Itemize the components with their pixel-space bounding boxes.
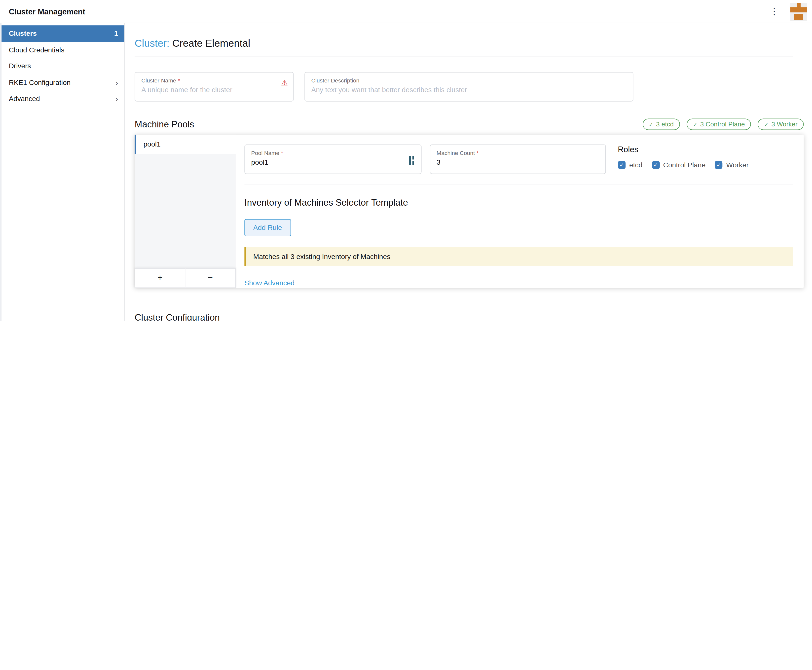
brand-logo[interactable] <box>790 3 807 21</box>
app-title: Cluster Management <box>9 7 767 16</box>
sidebar-item-label: RKE1 Configuration <box>9 78 71 86</box>
etcd-count-badge: ✓ 3 etcd <box>643 119 680 130</box>
pool-tab-pool1[interactable]: pool1 <box>135 135 236 154</box>
machine-pools-heading: Machine Pools <box>135 119 194 130</box>
divider <box>244 184 793 184</box>
sidebar-item-drivers[interactable]: Drivers <box>0 58 124 74</box>
logo-shape <box>790 7 807 12</box>
cluster-name-label: Cluster Name * <box>141 77 287 83</box>
machine-pools-card: pool1 + − Pool Name * <box>135 135 804 288</box>
randomize-bars-icon[interactable] <box>409 156 416 167</box>
sidebar-item-label: Drivers <box>9 63 31 70</box>
pool-tabs-fill <box>135 154 236 268</box>
page-title: Cluster: Create Elemental <box>135 37 812 49</box>
machine-count-field: Machine Count * <box>430 144 606 174</box>
check-icon: ✓ <box>764 121 769 128</box>
sidebar-item-cloud-credentials[interactable]: Cloud Credentials <box>0 42 124 58</box>
top-header: Cluster Management ⋮ <box>0 0 812 23</box>
remove-pool-button[interactable]: − <box>186 268 236 288</box>
matches-banner: Matches all 3 existing Inventory of Mach… <box>244 247 793 266</box>
show-advanced-link[interactable]: Show Advanced <box>244 279 294 287</box>
required-mark: * <box>281 150 283 156</box>
checkbox-checked-icon: ✓ <box>715 161 722 169</box>
chevron-right-icon: › <box>115 78 118 87</box>
sidebar-item-clusters[interactable]: Clusters 1 <box>0 25 124 42</box>
machine-count-label: Machine Count * <box>436 150 599 156</box>
logo-shape <box>794 14 803 20</box>
required-mark: * <box>477 150 479 156</box>
sidebar-item-label: Advanced <box>9 95 40 103</box>
pool-tabs-column: pool1 + − <box>135 135 236 288</box>
machine-count-input[interactable] <box>436 159 599 166</box>
inventory-selector-heading: Inventory of Machines Selector Template <box>244 198 793 208</box>
sidebar-item-label: Cloud Credentials <box>9 46 64 54</box>
sidebar: Clusters 1 Cloud Credentials Drivers RKE… <box>0 23 125 321</box>
pool-name-input[interactable] <box>251 159 415 166</box>
cluster-name-input[interactable] <box>141 86 287 94</box>
pool-detail-panel: Pool Name * Machine Count * <box>236 135 804 288</box>
check-icon: ✓ <box>649 121 653 128</box>
roles-heading: Roles <box>618 145 749 154</box>
checkbox-checked-icon: ✓ <box>652 161 660 169</box>
pool-name-label: Pool Name * <box>251 150 415 156</box>
app-window: Cluster Management ⋮ Clusters 1 Cloud Cr… <box>0 0 812 321</box>
main-content: Cluster: Create Elemental Cluster Name *… <box>125 23 812 321</box>
pool-name-field: Pool Name * <box>244 144 421 174</box>
roles-group: Roles ✓ etcd ✓ Control Plane <box>618 144 749 174</box>
add-pool-button[interactable]: + <box>135 268 185 288</box>
chevron-right-icon: › <box>115 95 118 103</box>
kebab-menu-icon[interactable]: ⋮ <box>768 6 781 17</box>
add-rule-button[interactable]: Add Rule <box>244 219 291 236</box>
role-checkbox-control-plane[interactable]: ✓ Control Plane <box>652 161 706 169</box>
clusters-count-badge: 1 <box>114 30 118 37</box>
warning-icon: ⚠ <box>281 78 288 88</box>
page-title-name: Create Elemental <box>173 37 250 49</box>
cluster-description-field: Cluster Description <box>304 72 633 102</box>
sidebar-item-advanced[interactable]: Advanced › <box>0 91 124 107</box>
cluster-name-field: Cluster Name * ⚠ <box>135 72 294 102</box>
cluster-description-input[interactable] <box>311 86 626 94</box>
cluster-configuration-heading: Cluster Configuration <box>135 312 812 321</box>
role-checkbox-worker[interactable]: ✓ Worker <box>715 161 749 169</box>
check-icon: ✓ <box>693 121 697 128</box>
control-plane-count-badge: ✓ 3 Control Plane <box>687 119 751 130</box>
required-mark: * <box>178 77 180 83</box>
role-checkbox-etcd[interactable]: ✓ etcd <box>618 161 643 169</box>
page-title-prefix: Cluster: <box>135 37 169 49</box>
worker-count-badge: ✓ 3 Worker <box>758 119 804 130</box>
sidebar-item-label: Clusters <box>9 30 37 37</box>
sidebar-item-rke1-configuration[interactable]: RKE1 Configuration › <box>0 74 124 91</box>
divider <box>135 56 793 56</box>
cluster-description-label: Cluster Description <box>311 77 626 83</box>
checkbox-checked-icon: ✓ <box>618 161 626 169</box>
left-scrollbar-track[interactable] <box>0 23 2 321</box>
